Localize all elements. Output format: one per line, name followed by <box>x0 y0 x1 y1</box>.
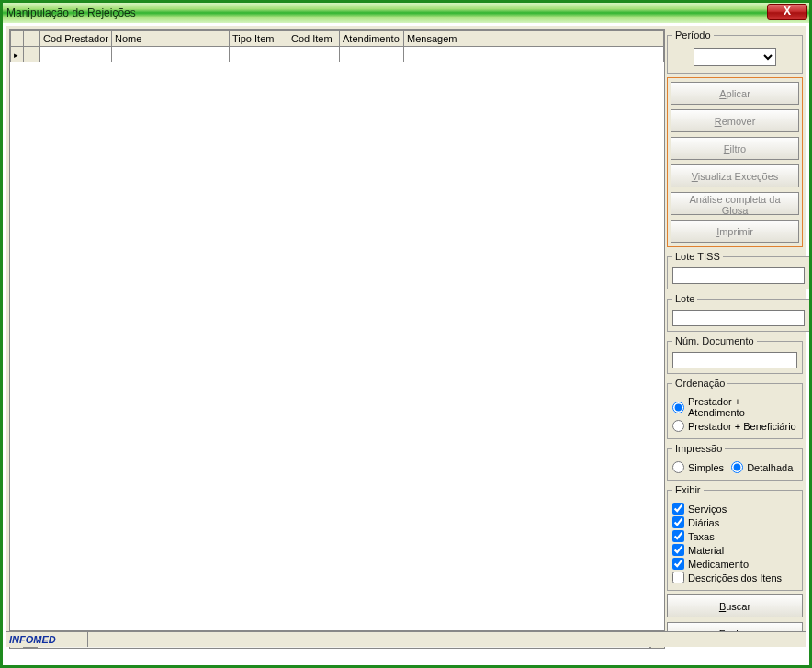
visualiza-excecoes-button[interactable]: Visualiza Exceções <box>671 164 799 187</box>
periodo-group: Período <box>667 29 803 74</box>
exibir-label: Medicamento <box>688 559 749 570</box>
ordenacao-opt2[interactable]: Prestador + Beneficiário <box>672 420 797 432</box>
close-button[interactable]: X <box>767 4 807 20</box>
ordenacao-opt1[interactable]: Prestador + Atendimento <box>672 396 797 418</box>
grid-col-cod-item[interactable]: Cod Item <box>288 31 340 47</box>
exibir-legend: Exibir <box>672 484 704 495</box>
exibir-checkbox[interactable] <box>672 558 684 570</box>
row-indicator-icon <box>11 47 24 62</box>
status-message <box>88 632 806 647</box>
ordenacao-opt2-label: Prestador + Beneficiário <box>688 421 796 432</box>
impressao-simples-radio[interactable] <box>672 461 684 473</box>
exibir-checkbox[interactable] <box>672 544 684 556</box>
grid-col-cod-prestador[interactable]: Cod Prestador <box>40 31 112 47</box>
grid-header-row: Cod Prestador Nome Tipo Item Cod Item At… <box>11 31 664 47</box>
status-brand: INFOMED <box>6 632 88 647</box>
cell-nome[interactable] <box>112 47 230 62</box>
side-panel: Período Aplicar Remover Filtro Visualiza… <box>667 29 803 650</box>
exibir-checkbox[interactable] <box>672 530 684 542</box>
exibir-item[interactable]: Medicamento <box>672 558 797 570</box>
numdoc-group: Núm. Documento <box>667 335 803 374</box>
impressao-detalhada-label: Detalhada <box>747 462 793 473</box>
grid-row[interactable] <box>11 47 664 62</box>
ordenacao-opt1-radio[interactable] <box>672 402 684 413</box>
ordenacao-legend: Ordenação <box>672 378 727 389</box>
imprimir-button[interactable]: Imprimir <box>671 220 799 243</box>
exibir-item[interactable]: Descrições dos Itens <box>672 572 797 583</box>
impressao-detalhada-radio[interactable] <box>731 461 743 473</box>
exibir-checkbox[interactable] <box>672 572 684 583</box>
lote-tiss-group: Lote TISS a <box>667 251 812 289</box>
exibir-item[interactable]: Serviços <box>672 503 797 515</box>
grid-col-mensagem[interactable]: Mensagem <box>404 31 664 47</box>
impressao-simples-label: Simples <box>688 462 724 473</box>
impressao-detalhada[interactable]: Detalhada <box>731 461 793 473</box>
exibir-item[interactable]: Taxas <box>672 530 797 542</box>
lote-sep: a <box>808 312 812 323</box>
periodo-select[interactable] <box>694 48 776 66</box>
lote-group: Lote a <box>667 293 812 332</box>
exibir-checkbox[interactable] <box>672 503 684 515</box>
actions-group: Aplicar Remover Filtro Visualiza Exceçõe… <box>667 77 803 247</box>
remover-button[interactable]: Remover <box>671 109 799 132</box>
numdoc-legend: Núm. Documento <box>672 335 757 346</box>
grid-header: Cod Prestador Nome Tipo Item Cod Item At… <box>10 30 664 62</box>
ordenacao-opt2-radio[interactable] <box>672 420 684 432</box>
lote-from-input[interactable] <box>672 310 805 326</box>
ordenacao-opt1-label: Prestador + Atendimento <box>688 396 797 418</box>
cell-tipo-item[interactable] <box>230 47 288 62</box>
row-check-cell[interactable] <box>24 47 40 62</box>
title-bar: Manipulação de Rejeições X <box>3 3 809 23</box>
impressao-legend: Impressão <box>672 443 725 454</box>
exibir-label: Diárias <box>688 517 719 528</box>
exibir-item[interactable]: Diárias <box>672 516 797 528</box>
exibir-group: Exibir ServiçosDiáriasTaxasMaterialMedic… <box>667 484 803 591</box>
buscar-button[interactable]: Buscar <box>667 594 803 617</box>
exibir-checkbox[interactable] <box>672 516 684 528</box>
lote-tiss-legend: Lote TISS <box>672 251 723 262</box>
cell-cod-prestador[interactable] <box>40 47 112 62</box>
impressao-group: Impressão Simples Detalhada <box>667 443 803 481</box>
grid-col-tipo-item[interactable]: Tipo Item <box>230 31 288 47</box>
impressao-simples[interactable]: Simples <box>672 461 724 473</box>
exibir-label: Serviços <box>688 504 727 515</box>
grid-col-indicator[interactable] <box>11 31 24 47</box>
filtro-button[interactable]: Filtro <box>671 137 799 160</box>
lote-tiss-sep: a <box>808 270 812 281</box>
lote-tiss-from-input[interactable] <box>672 267 805 284</box>
grid-col-check[interactable] <box>24 31 40 47</box>
exibir-item[interactable]: Material <box>672 544 797 556</box>
periodo-legend: Período <box>672 29 714 40</box>
exibir-label: Descrições dos Itens <box>688 572 782 583</box>
cell-mensagem[interactable] <box>404 47 664 62</box>
rejections-grid[interactable]: Cod Prestador Nome Tipo Item Cod Item At… <box>9 29 665 631</box>
status-bar: INFOMED <box>6 631 806 647</box>
cell-atendimento[interactable] <box>340 47 404 62</box>
numdoc-input[interactable] <box>672 352 797 368</box>
exibir-label: Taxas <box>688 531 715 542</box>
ordenacao-group: Ordenação Prestador + Atendimento Presta… <box>667 378 803 439</box>
analise-glosa-button[interactable]: Análise completa da Glosa <box>671 192 799 215</box>
grid-col-atendimento[interactable]: Atendimento <box>340 31 404 47</box>
exibir-label: Material <box>688 545 724 556</box>
window-title: Manipulação de Rejeições <box>6 6 136 19</box>
lote-legend: Lote <box>672 293 697 304</box>
cell-cod-item[interactable] <box>288 47 340 62</box>
aplicar-button[interactable]: Aplicar <box>671 82 799 105</box>
grid-col-nome[interactable]: Nome <box>112 31 230 47</box>
content-area: Cod Prestador Nome Tipo Item Cod Item At… <box>6 26 806 647</box>
